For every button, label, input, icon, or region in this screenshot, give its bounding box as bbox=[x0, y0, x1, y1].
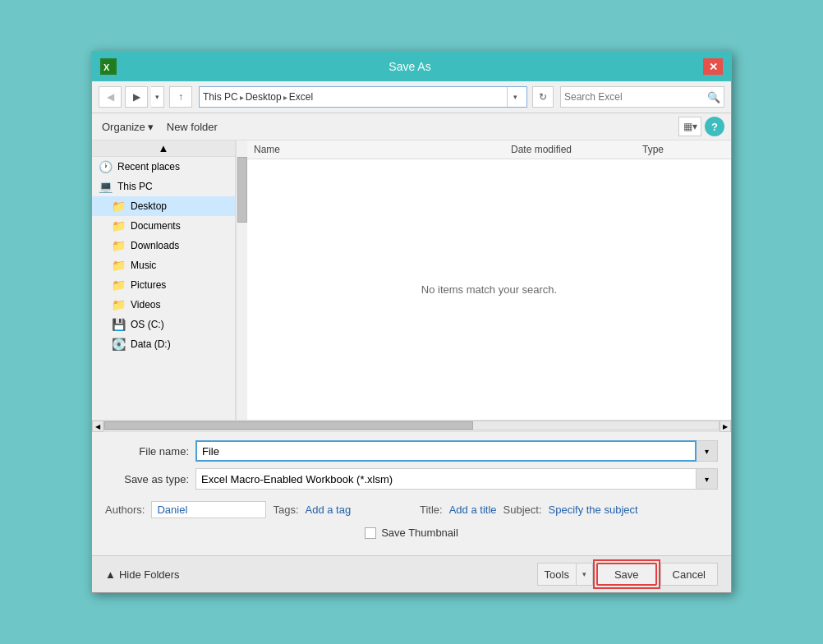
sidebar-item-datad[interactable]: 💽 Data (D:) bbox=[92, 334, 235, 354]
col-type-header[interactable]: Type bbox=[642, 144, 724, 155]
breadcrumb-excel[interactable]: Excel bbox=[289, 91, 313, 103]
sidebar-item-label: Documents bbox=[131, 220, 181, 232]
search-input[interactable] bbox=[561, 91, 704, 103]
breadcrumb-desktop[interactable]: Desktop bbox=[246, 91, 282, 103]
svg-text:X: X bbox=[103, 62, 110, 72]
sidebar-item-pictures[interactable]: 📁 Pictures bbox=[92, 275, 235, 295]
sidebar-item-label: Data (D:) bbox=[131, 338, 171, 350]
organize-arrow: ▾ bbox=[148, 121, 154, 133]
sidebar-item-downloads[interactable]: 📁 Downloads bbox=[92, 236, 235, 255]
meta-left: Authors: Tags: Add a tag bbox=[105, 501, 403, 518]
h-scroll-right[interactable]: ▶ bbox=[720, 421, 731, 432]
action-left: Organize ▾ New folder bbox=[99, 119, 221, 135]
tools-dropdown[interactable]: ▾ bbox=[577, 563, 593, 586]
view-button[interactable]: ▦ ▾ bbox=[678, 117, 701, 136]
thispc-icon: 💻 bbox=[99, 180, 113, 193]
pictures-icon: 📁 bbox=[112, 278, 126, 292]
sidebar-item-videos[interactable]: 📁 Videos bbox=[92, 295, 235, 315]
tags-value[interactable]: Add a tag bbox=[306, 504, 352, 516]
downloads-icon: 📁 bbox=[112, 239, 126, 252]
breadcrumb-arrow-1: ▸ bbox=[240, 93, 244, 102]
tags-label: Tags: bbox=[273, 504, 298, 516]
authors-input[interactable] bbox=[151, 501, 266, 518]
sidebar-item-label: OS (C:) bbox=[131, 319, 164, 330]
back-button[interactable]: ◀ bbox=[99, 86, 122, 108]
subject-label: Subject: bbox=[503, 504, 542, 516]
desktop-icon: 📁 bbox=[112, 200, 126, 213]
subject-value[interactable]: Specify the subject bbox=[549, 504, 638, 516]
footer-bar: ▲ Hide Folders Tools ▾ Save Cancel bbox=[92, 555, 731, 592]
search-icon[interactable]: 🔍 bbox=[704, 87, 724, 107]
h-scroll-thumb[interactable] bbox=[104, 421, 473, 430]
sidebar-item-desktop[interactable]: 📁 Desktop bbox=[92, 196, 235, 216]
file-list: Name Date modified Type No items match y… bbox=[247, 140, 731, 420]
save-thumbnail-checkbox[interactable] bbox=[365, 527, 376, 539]
sidebar-item-label: Music bbox=[131, 260, 156, 271]
sidebar-item-music[interactable]: 📁 Music bbox=[92, 255, 235, 275]
sidebar: ▲ 🕐 Recent places 💻 This PC 📁 Desktop 📁 … bbox=[92, 140, 236, 420]
filename-row: File name: ▾ bbox=[105, 440, 718, 462]
sidebar-item-label: Downloads bbox=[131, 240, 179, 251]
filename-label: File name: bbox=[105, 445, 195, 458]
hide-folders-button[interactable]: ▲ Hide Folders bbox=[105, 568, 180, 581]
title-label: Title: bbox=[420, 504, 443, 516]
sidebar-item-recent[interactable]: 🕐 Recent places bbox=[92, 157, 235, 177]
h-scroll-track[interactable] bbox=[103, 421, 720, 430]
up-button[interactable]: ↑ bbox=[169, 86, 192, 108]
new-folder-button[interactable]: New folder bbox=[163, 119, 221, 135]
breadcrumb: This PC ▸ Desktop ▸ Excel bbox=[203, 91, 507, 103]
videos-icon: 📁 bbox=[112, 298, 126, 311]
main-content: ▲ 🕐 Recent places 💻 This PC 📁 Desktop 📁 … bbox=[92, 140, 731, 420]
close-button[interactable]: ✕ bbox=[703, 58, 723, 75]
sidebar-item-label: Videos bbox=[131, 299, 160, 310]
refresh-button[interactable]: ↻ bbox=[532, 86, 554, 108]
savetype-select[interactable]: Excel Macro-Enabled Workbook (*.xlsm) bbox=[195, 468, 697, 490]
organize-button[interactable]: Organize ▾ bbox=[99, 119, 157, 135]
save-group: Save bbox=[596, 563, 657, 586]
title-value[interactable]: Add a title bbox=[449, 504, 497, 516]
metadata-row: Authors: Tags: Add a tag Title: Add a ti… bbox=[105, 496, 718, 523]
col-date-header[interactable]: Date modified bbox=[511, 144, 642, 155]
app-icon: X bbox=[100, 58, 117, 75]
thumbnail-row: Save Thumbnail bbox=[105, 523, 718, 547]
bottom-panel: File name: ▾ Save as type: Excel Macro-E… bbox=[92, 431, 731, 555]
savetype-label: Save as type: bbox=[105, 473, 195, 485]
scrollbar-thumb[interactable] bbox=[237, 157, 247, 223]
save-as-dialog: X Save As ✕ ◀ ▶ ▾ ↑ This PC ▸ Desktop ▸ … bbox=[91, 51, 732, 593]
recent-icon: 🕐 bbox=[99, 160, 113, 173]
view-arrow: ▾ bbox=[692, 121, 697, 132]
save-thumbnail-label[interactable]: Save Thumbnail bbox=[381, 527, 458, 539]
help-button[interactable]: ? bbox=[705, 117, 724, 136]
tools-button[interactable]: Tools ▾ bbox=[537, 563, 593, 586]
sidebar-item-documents[interactable]: 📁 Documents bbox=[92, 216, 235, 236]
sidebar-item-osc[interactable]: 💾 OS (C:) bbox=[92, 315, 235, 334]
address-dropdown-btn[interactable]: ▾ bbox=[507, 87, 523, 107]
forward-button[interactable]: ▶ bbox=[125, 86, 148, 108]
sidebar-item-label: Pictures bbox=[131, 279, 166, 291]
nav-dropdown[interactable]: ▾ bbox=[151, 86, 164, 108]
sidebar-scroll-up[interactable]: ▲ bbox=[92, 140, 235, 157]
col-name-header[interactable]: Name bbox=[254, 144, 511, 155]
hide-folders-label: Hide Folders bbox=[119, 568, 180, 581]
sidebar-item-thispc[interactable]: 💻 This PC bbox=[92, 177, 235, 196]
authors-label: Authors: bbox=[105, 504, 145, 516]
empty-message: No items match your search. bbox=[247, 159, 731, 420]
sidebar-scrollbar[interactable] bbox=[236, 140, 247, 420]
savetype-row: Save as type: Excel Macro-Enabled Workbo… bbox=[105, 468, 718, 490]
cancel-button[interactable]: Cancel bbox=[660, 563, 718, 586]
filename-input[interactable] bbox=[195, 440, 697, 462]
title-bar: X Save As ✕ bbox=[92, 52, 731, 81]
address-bar[interactable]: This PC ▸ Desktop ▸ Excel ▾ bbox=[199, 86, 527, 108]
search-box: 🔍 bbox=[560, 86, 724, 108]
view-icon: ▦ bbox=[683, 121, 692, 132]
documents-icon: 📁 bbox=[112, 219, 126, 232]
tools-label: Tools bbox=[537, 563, 577, 586]
navigation-toolbar: ◀ ▶ ▾ ↑ This PC ▸ Desktop ▸ Excel ▾ ↻ 🔍 bbox=[92, 81, 731, 113]
save-button[interactable]: Save bbox=[596, 563, 657, 586]
organize-label: Organize bbox=[102, 121, 145, 133]
filename-dropdown[interactable]: ▾ bbox=[697, 440, 718, 462]
breadcrumb-arrow-2: ▸ bbox=[283, 93, 287, 102]
breadcrumb-thispc[interactable]: This PC bbox=[203, 91, 238, 103]
h-scroll-left[interactable]: ◀ bbox=[92, 421, 103, 432]
savetype-dropdown[interactable]: ▾ bbox=[697, 468, 718, 490]
